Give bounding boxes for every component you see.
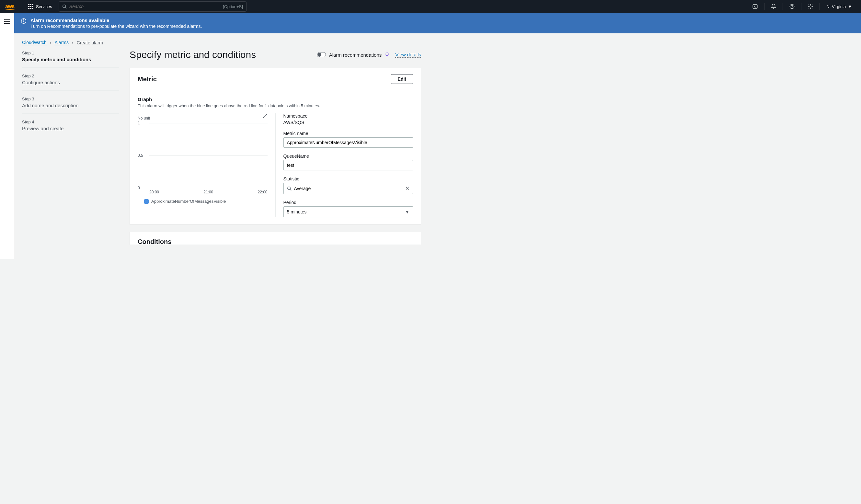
page-title: Specify metric and conditions [129,49,256,60]
statistic-input[interactable] [294,186,403,191]
global-search[interactable]: [Option+S] [59,1,246,12]
graph-description: This alarm will trigger when the blue li… [138,103,413,108]
svg-point-16 [287,187,290,190]
nav-divider [23,3,23,10]
notifications-icon[interactable] [767,0,780,13]
svg-line-14 [265,114,267,115]
search-input[interactable] [69,4,223,9]
svg-point-13 [23,20,24,21]
edit-button[interactable]: Edit [391,74,413,84]
svg-line-1 [65,8,66,9]
recommendations-toggle-row: Alarm recommendations [317,52,390,58]
svg-line-17 [290,189,291,190]
clear-icon[interactable]: ✕ [405,185,409,191]
period-field: Period 5 minutes ▼ [284,200,413,217]
chart-column: No unit 1 0.5 0 [138,113,276,217]
cloudshell-icon[interactable] [749,0,762,13]
metric-name-field: Metric name [284,131,413,148]
search-shortcut: [Option+S] [223,4,243,9]
chevron-right-icon: › [50,40,52,45]
metric-panel: Metric Edit Graph This alarm will trigge… [129,68,421,224]
aws-logo[interactable]: aws [5,3,15,10]
metric-panel-title: Metric [138,76,157,83]
period-value: 5 minutes [287,209,307,215]
graph-label: Graph [138,96,413,102]
xtick: 21:00 [203,190,213,194]
conditions-title: Conditions [130,232,421,245]
caret-down-icon: ▼ [848,4,852,9]
search-icon [62,4,67,9]
queue-name-input[interactable] [284,160,413,171]
period-label: Period [284,200,413,205]
banner-title: Alarm recommendations available [30,17,202,23]
global-nav: aws Services [Option+S] N. Virginia ▼ [0,0,861,13]
chart: No unit 1 0.5 0 [138,116,268,204]
svg-line-15 [263,116,265,118]
breadcrumb-section[interactable]: Alarms [54,40,69,45]
statistic-field: Statistic ✕ [284,176,413,194]
wizard-step-1[interactable]: Step 1 Specify metric and conditions [22,49,119,68]
wizard-step-4[interactable]: Step 4 Preview and create [22,118,119,136]
ytick: 0 [138,186,140,190]
wizard-steps: Step 1 Specify metric and conditions Ste… [22,49,119,253]
conditions-panel: Conditions [129,232,421,245]
search-icon [287,186,291,191]
legend-swatch [144,199,149,204]
metric-name-input[interactable] [284,137,413,148]
queue-name-field: QueueName [284,153,413,171]
metric-form: Namespace AWS/SQS Metric name QueueName [284,113,413,217]
chart-legend: ApproximateNumberOfMessagesVisible [138,199,268,204]
lightbulb-icon [385,52,390,58]
chevron-right-icon: › [72,40,73,45]
breadcrumb-current: Create alarm [77,40,103,45]
wizard-step-2[interactable]: Step 2 Configure actions [22,72,119,91]
hamburger-icon[interactable] [4,19,10,259]
metric-name-label: Metric name [284,131,413,136]
wizard-step-3[interactable]: Step 3 Add name and description [22,95,119,114]
caret-down-icon: ▼ [405,209,409,215]
queue-name-label: QueueName [284,153,413,159]
help-icon[interactable] [785,0,798,13]
legend-label: ApproximateNumberOfMessagesVisible [151,199,226,204]
period-select[interactable]: 5 minutes ▼ [284,206,413,217]
xtick: 20:00 [149,190,159,194]
namespace-field: Namespace AWS/SQS [284,113,413,125]
recommendations-banner: Alarm recommendations available Turn on … [14,13,861,33]
ytick: 0.5 [138,153,143,158]
services-menu[interactable]: Services [26,4,55,9]
svg-point-0 [63,5,66,8]
expand-icon[interactable] [262,113,268,120]
namespace-value: AWS/SQS [284,120,413,125]
toggle-label: Alarm recommendations [329,52,382,58]
side-rail [0,13,14,259]
namespace-label: Namespace [284,113,413,119]
region-selector[interactable]: N. Virginia ▼ [822,4,856,9]
svg-point-6 [792,8,792,8]
ytick: 1 [138,121,140,125]
region-label: N. Virginia [826,4,846,9]
svg-point-7 [810,6,811,8]
chart-xaxis: 20:00 21:00 22:00 [138,190,268,194]
page-header: Specify metric and conditions Alarm reco… [129,49,421,60]
breadcrumb: CloudWatch › Alarms › Create alarm [22,40,853,45]
xtick: 22:00 [258,190,267,194]
statistic-label: Statistic [284,176,413,181]
view-details-link[interactable]: View details [395,52,421,58]
grid-icon [28,4,33,9]
nav-icons: N. Virginia ▼ [749,0,856,13]
info-icon [21,18,27,25]
services-label: Services [36,4,52,9]
recommendations-toggle[interactable] [317,52,326,57]
statistic-combo[interactable]: ✕ [284,183,413,194]
banner-text: Turn on Recommendations to pre-populate … [30,24,202,29]
breadcrumb-root[interactable]: CloudWatch [22,40,47,45]
chart-ylabel: No unit [138,116,268,121]
settings-icon[interactable] [804,0,817,13]
